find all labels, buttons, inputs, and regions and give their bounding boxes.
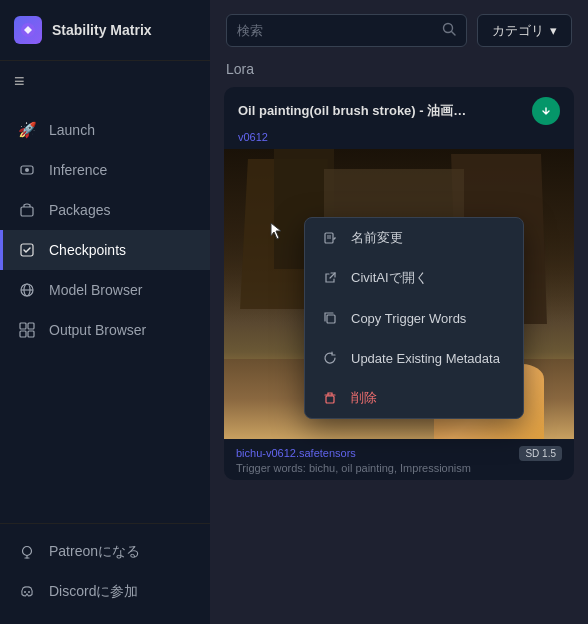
sidebar-item-label: Launch (49, 122, 95, 138)
sidebar-item-patreon[interactable]: Patreonになる (0, 532, 210, 572)
launch-icon: 🚀 (17, 120, 37, 140)
svg-rect-11 (28, 331, 34, 337)
sidebar-item-label: Packages (49, 202, 110, 218)
category-label: カテゴリ (492, 22, 544, 40)
model-card: Oil painting(oil brush stroke) - 油画… v06… (224, 87, 574, 480)
rename-icon (321, 229, 339, 247)
sidebar-item-model-browser[interactable]: Model Browser (0, 270, 210, 310)
sidebar-item-inference[interactable]: Inference (0, 150, 210, 190)
lora-filter-label: Lora (210, 61, 588, 87)
discord-icon (17, 582, 37, 602)
sidebar-item-label: Model Browser (49, 282, 142, 298)
main-content: カテゴリ ▾ Lora Oil painting(oil brush strok… (210, 0, 588, 624)
output-browser-icon (17, 320, 37, 340)
sidebar-item-label: Inference (49, 162, 107, 178)
context-menu-item-rename[interactable]: 名前変更 (305, 218, 523, 258)
search-icon (442, 22, 456, 39)
svg-point-14 (28, 591, 30, 593)
sidebar-header: Stability Matrix (0, 0, 210, 61)
sidebar-footer: Patreonになる Discordに参加 (0, 523, 210, 624)
svg-point-2 (25, 168, 29, 172)
copy-trigger-label: Copy Trigger Words (351, 311, 466, 326)
app-logo (14, 16, 42, 44)
search-bar: カテゴリ ▾ (210, 0, 588, 61)
patreon-icon (17, 542, 37, 562)
sidebar-item-launch[interactable]: 🚀 Launch (0, 110, 210, 150)
svg-rect-22 (327, 315, 335, 323)
sidebar-item-label: Output Browser (49, 322, 146, 338)
menu-button[interactable]: ≡ (0, 61, 210, 102)
update-icon (321, 349, 339, 367)
delete-label: 削除 (351, 389, 377, 407)
search-input-wrap[interactable] (226, 14, 467, 47)
open-civitai-icon (321, 269, 339, 287)
sidebar-nav: 🚀 Launch Inference Packages (0, 102, 210, 523)
card-filename: bichu-v0612.safetensors (236, 447, 356, 459)
copy-icon (321, 309, 339, 327)
sidebar-item-packages[interactable]: Packages (0, 190, 210, 230)
update-metadata-label: Update Existing Metadata (351, 351, 500, 366)
delete-icon (321, 389, 339, 407)
svg-rect-10 (20, 331, 26, 337)
context-menu-item-copy-trigger[interactable]: Copy Trigger Words (305, 298, 523, 338)
sidebar: Stability Matrix ≡ 🚀 Launch Inference (0, 0, 210, 624)
patreon-label: Patreonになる (49, 543, 140, 561)
svg-rect-3 (21, 207, 33, 216)
search-input[interactable] (237, 15, 434, 46)
card-version: v0612 (224, 131, 574, 143)
context-menu-item-delete[interactable]: 削除 (305, 378, 523, 418)
sidebar-item-label: Checkpoints (49, 242, 126, 258)
inference-icon (17, 160, 37, 180)
discord-label: Discordに参加 (49, 583, 138, 601)
svg-point-13 (24, 591, 26, 593)
packages-icon (17, 200, 37, 220)
svg-rect-23 (326, 396, 334, 403)
svg-rect-9 (28, 323, 34, 329)
card-area: Oil painting(oil brush stroke) - 油画… v06… (210, 87, 588, 624)
svg-point-12 (23, 547, 32, 556)
rename-label: 名前変更 (351, 229, 403, 247)
checkpoints-icon (17, 240, 37, 260)
download-status-icon (532, 97, 560, 125)
svg-line-16 (452, 32, 456, 36)
svg-line-21 (330, 273, 335, 278)
app-title: Stability Matrix (52, 22, 152, 38)
context-menu-item-update-metadata[interactable]: Update Existing Metadata (305, 338, 523, 378)
model-browser-icon (17, 280, 37, 300)
sidebar-item-discord[interactable]: Discordに参加 (0, 572, 210, 612)
card-footer: bichu-v0612.safetensors SD 1.5 Trigger w… (224, 439, 574, 480)
context-menu: 名前変更 CivitAIで開く (304, 217, 524, 419)
chevron-down-icon: ▾ (550, 23, 557, 38)
card-trigger-words: Trigger words: bichu, oil painting, Impr… (236, 462, 562, 474)
category-button[interactable]: カテゴリ ▾ (477, 14, 572, 47)
open-civitai-label: CivitAIで開く (351, 269, 428, 287)
sidebar-item-output-browser[interactable]: Output Browser (0, 310, 210, 350)
svg-rect-8 (20, 323, 26, 329)
sd-badge: SD 1.5 (519, 446, 562, 461)
sidebar-item-checkpoints[interactable]: Checkpoints (0, 230, 210, 270)
card-header: Oil painting(oil brush stroke) - 油画… (224, 87, 574, 131)
card-title: Oil painting(oil brush stroke) - 油画… (238, 102, 466, 120)
context-menu-item-open-civitai[interactable]: CivitAIで開く (305, 258, 523, 298)
